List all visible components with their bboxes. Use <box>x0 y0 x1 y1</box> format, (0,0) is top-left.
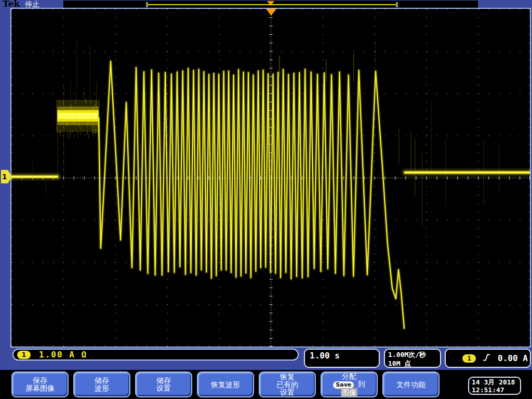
channel-1-scale-readout: 1.00 A Ω <box>39 350 87 360</box>
assign-target-highlighted: 图像 <box>341 388 357 396</box>
horizontal-scale-box: 1.00 s <box>304 349 380 368</box>
sample-rate-readout: 1.00M次/秒 <box>388 350 437 359</box>
menu-button-file-utilities[interactable]: 文件功能 <box>382 371 440 397</box>
menu-button-recall-waveform[interactable]: 恢复波形 <box>197 371 254 397</box>
menu-button-recall-saved-setup[interactable]: 恢复 已有的 设置 <box>259 371 316 397</box>
save-front-panel-key-badge: Save <box>333 381 354 389</box>
oscilloscope-screen: Tek 停止 1 1 1.00 A Ω 1.00 s 1.00M次/秒 10M … <box>0 0 532 399</box>
record-length-readout: 10M 点 <box>388 359 437 368</box>
menu-button-save-setup[interactable]: 储存 设置 <box>135 371 192 397</box>
datetime-box: 14 3月 2018 12:51:47 <box>468 377 521 395</box>
record-view-trigger-icon <box>267 1 274 6</box>
softkey-menu-bar: 保存 屏幕图像 储存 波形 储存 设置 恢复波形 恢复 已有的 设置 分配 Sa… <box>0 370 532 399</box>
record-view-left-bracket <box>146 2 148 7</box>
waveform-canvas <box>11 9 530 347</box>
acquisition-run-status: 停止 <box>25 0 39 8</box>
date-readout: 14 3月 2018 <box>472 378 517 386</box>
channel-1-marker: 1 <box>1 170 8 183</box>
channel-1-readout-box: 1 1.00 A Ω <box>12 349 299 361</box>
trigger-source-badge: 1 <box>462 354 476 363</box>
horizontal-scale-readout: 1.00 s <box>310 351 340 361</box>
status-bar: 1 1.00 A Ω 1.00 s 1.00M次/秒 10M 点 1 0.00 … <box>0 348 532 370</box>
menu-button-assign-save-to-image[interactable]: 分配 Save 到 图像 <box>321 371 378 397</box>
channel-1-badge: 1 <box>17 351 31 359</box>
menu-button-save-screen-image[interactable]: 保存 屏幕图像 <box>11 371 69 397</box>
sample-rate-box: 1.00M次/秒 10M 点 <box>384 349 441 368</box>
rising-edge-icon <box>483 353 491 364</box>
trigger-level-readout: 0.00 A <box>498 353 528 363</box>
menu-button-save-waveform[interactable]: 储存 波形 <box>73 371 130 397</box>
record-view-right-bracket <box>396 2 398 7</box>
trigger-position-marker-icon <box>266 9 276 16</box>
top-bar: Tek 停止 <box>0 0 532 8</box>
waveform-display-area <box>10 8 531 348</box>
record-view-strip <box>63 1 478 8</box>
trigger-readout-box: 1 0.00 A <box>445 349 531 368</box>
time-readout: 12:51:47 <box>472 386 517 394</box>
